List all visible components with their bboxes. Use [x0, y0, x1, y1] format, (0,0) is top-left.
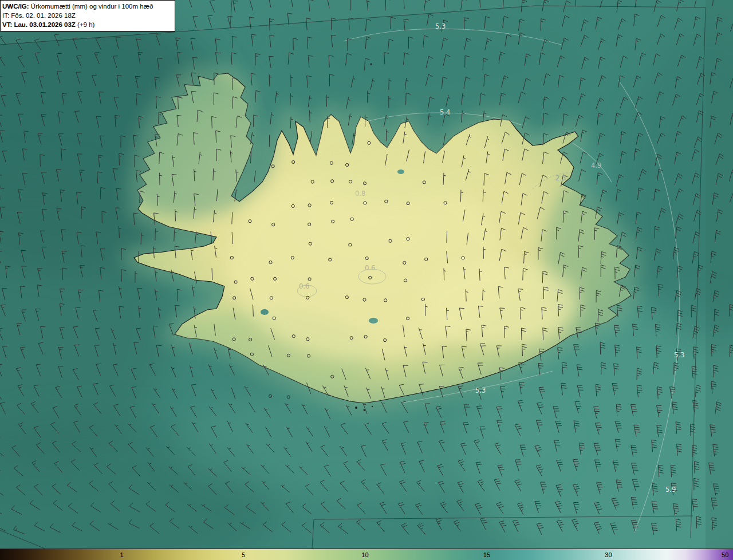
- outside-domain-edge: [706, 0, 733, 549]
- wind-barb: [447, 231, 447, 243]
- contour-label: 0.8: [355, 190, 365, 198]
- model-description: Úrkomumætti (mm) og vindur i 100m hæð: [31, 3, 153, 10]
- valid-time-value: Lau. 03.01.2026 03Z: [14, 21, 75, 28]
- init-time-label: IT:: [2, 12, 9, 19]
- contour-label: 4.9: [591, 161, 601, 169]
- title-line-model: UWC/IG: Úrkomumætti (mm) og vindur i 100…: [2, 2, 170, 11]
- title-line-valid: VT: Lau. 03.01.2026 03Z (+9 h): [2, 20, 170, 29]
- colorbar-tick-15: 15: [483, 551, 490, 558]
- contour-label: 2.3: [555, 174, 566, 182]
- colorbar: 1510153050: [0, 549, 733, 560]
- lake: [369, 318, 378, 324]
- weather-map: 5.35.44.92.30.80.60.65.35.35.9: [0, 0, 733, 549]
- contour-label: 5.3: [475, 387, 486, 395]
- model-label: UWC/IG:: [2, 3, 29, 10]
- colorbar-tick-10: 10: [361, 551, 368, 558]
- lake: [261, 309, 269, 315]
- lake: [397, 169, 404, 174]
- weather-map-page: 5.35.44.92.30.80.60.65.35.35.9 UWC/IG: Ú…: [0, 0, 733, 560]
- title-box: UWC/IG: Úrkomumætti (mm) og vindur i 100…: [0, 0, 175, 31]
- title-line-init: IT: Fös. 02. 01. 2026 18Z: [2, 11, 170, 20]
- valid-time-offset: (+9 h): [77, 21, 94, 28]
- colorbar-tick-50: 50: [722, 551, 728, 558]
- contour-label: 0.6: [299, 282, 309, 290]
- colorbar-tick-30: 30: [605, 551, 612, 558]
- init-time-value: Fös. 02. 01. 2026 18Z: [11, 12, 76, 19]
- colorbar-tick-5: 5: [242, 551, 245, 558]
- contour-label: 5.4: [440, 108, 450, 116]
- contour-label: 5.9: [665, 486, 676, 494]
- valid-time-label: VT:: [2, 21, 12, 28]
- contour-label: 0.6: [365, 264, 375, 272]
- contour-label: 5.3: [674, 351, 684, 359]
- contour-label: 5.3: [435, 22, 446, 30]
- colorbar-tick-1: 1: [120, 551, 123, 558]
